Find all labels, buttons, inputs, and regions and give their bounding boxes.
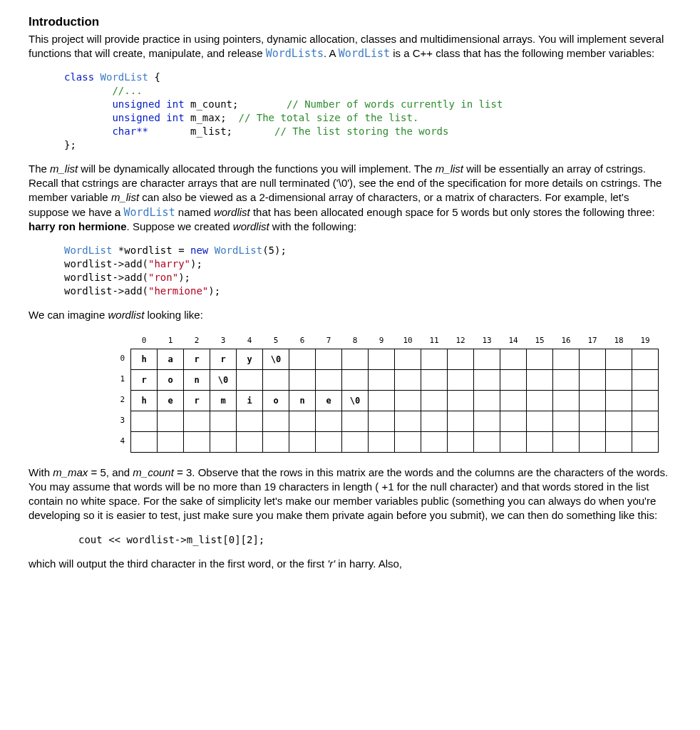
matrix-cell	[289, 431, 316, 452]
string: "harry"	[148, 258, 190, 269]
kw-new: new	[190, 245, 215, 256]
matrix-cell	[342, 349, 369, 369]
text: = 5, and	[88, 466, 133, 478]
matrix-cell	[210, 431, 237, 452]
matrix-cell	[527, 390, 553, 411]
col-header: 4	[237, 335, 263, 349]
string: "ron"	[148, 272, 178, 283]
matrix-cell: y	[237, 349, 263, 369]
matrix-cell	[580, 431, 606, 452]
col-header: 14	[500, 335, 527, 349]
matrix-cell	[289, 369, 316, 390]
matrix-cell: r	[131, 369, 158, 390]
var-wordlist: wordlist	[233, 220, 269, 232]
text: . A	[324, 47, 339, 59]
intro-heading: Introduction	[29, 14, 671, 31]
matrix-cell: \0	[210, 369, 237, 390]
matrix-cell	[289, 411, 316, 431]
code-block-add: WordList *wordlist = new WordList(5); wo…	[64, 244, 671, 298]
matrix-cell	[342, 411, 369, 431]
matrix-cell	[184, 411, 210, 431]
col-header: 18	[606, 335, 632, 349]
type-wordlist: WordList	[123, 206, 175, 219]
col-header: 13	[474, 335, 500, 349]
matrix-cell: n	[184, 369, 210, 390]
kw-class: class	[64, 71, 101, 83]
matrix-cell	[580, 390, 606, 411]
matrix-cell: n	[289, 390, 316, 411]
col-header: 8	[342, 335, 369, 349]
var-wordlist: wordlist	[108, 309, 144, 321]
type-wordlists: WordLists	[266, 47, 324, 60]
matrix-cell	[184, 431, 210, 452]
close-brace: };	[64, 139, 76, 150]
col-header: 16	[553, 335, 580, 349]
matrix-cell	[421, 369, 448, 390]
matrix-cell	[158, 431, 184, 452]
member: m_list;	[190, 125, 232, 137]
intro-paragraph-1: This project will provide practice in us…	[29, 32, 671, 61]
text: . Suppose we created	[127, 220, 233, 232]
col-header: 1	[158, 335, 184, 349]
matrix-cell	[632, 349, 659, 369]
matrix-cell: o	[263, 390, 289, 411]
code: *wordlist =	[118, 245, 190, 256]
code: );	[178, 272, 190, 283]
text: named	[175, 206, 214, 218]
matrix-cell	[448, 411, 474, 431]
matrix-cell	[606, 411, 632, 431]
col-header: 5	[263, 335, 289, 349]
matrix-cell	[500, 411, 527, 431]
matrix-cell	[369, 431, 395, 452]
code: (5);	[262, 245, 287, 256]
matrix-cell	[395, 369, 421, 390]
matrix-cell	[606, 431, 632, 452]
matrix-cell	[606, 349, 632, 369]
matrix-cell	[395, 390, 421, 411]
var-wordlist: wordlist	[214, 206, 250, 218]
kw-type: unsigned int	[64, 112, 190, 123]
comment: // Number of words currently in list	[238, 98, 503, 110]
text: With	[29, 466, 53, 478]
text: We can imagine	[29, 309, 108, 321]
matrix-cell: \0	[263, 349, 289, 369]
type-name: WordList	[64, 245, 118, 256]
matrix-cell	[606, 369, 632, 390]
matrix-cell: e	[158, 390, 184, 411]
col-header: 15	[527, 335, 553, 349]
matrix-cell	[500, 390, 527, 411]
matrix-cell	[527, 431, 553, 452]
matrix-cell: o	[158, 369, 184, 390]
matrix-cell	[527, 411, 553, 431]
matrix-cell	[632, 431, 659, 452]
col-header: 19	[632, 335, 659, 349]
text: will be dynamically allocated through th…	[78, 163, 436, 175]
matrix-cell	[580, 349, 606, 369]
matrix-cell	[474, 349, 500, 369]
matrix-cell	[553, 411, 580, 431]
matrix-cell	[395, 411, 421, 431]
type-wordlist: WordList	[339, 47, 390, 60]
code: wordlist->add(	[64, 258, 148, 269]
matrix-cell	[369, 390, 395, 411]
row-header: 0	[107, 349, 131, 369]
var-mlist: m_list	[436, 163, 463, 175]
matrix-cell: r	[184, 390, 210, 411]
matrix-cell	[342, 431, 369, 452]
type-name: WordList	[101, 71, 148, 83]
char-r: 'r'	[327, 557, 335, 570]
var-mcount: m_count	[133, 466, 174, 478]
matrix-cell	[474, 411, 500, 431]
matrix-cell	[158, 411, 184, 431]
comment: //...	[64, 85, 143, 96]
matrix-cell	[263, 431, 289, 452]
text: is a C++ class that has the following me…	[390, 47, 654, 59]
matrix-cell: i	[237, 390, 263, 411]
text: which will output the third character in…	[29, 557, 327, 570]
string: "hermione"	[148, 285, 208, 297]
code-block-cout: cout << wordlist->m_list[0][2];	[78, 533, 671, 547]
code: );	[190, 258, 202, 269]
example-words: harry ron hermione	[29, 220, 127, 232]
matrix-cell: m	[210, 390, 237, 411]
matrix-cell	[421, 349, 448, 369]
